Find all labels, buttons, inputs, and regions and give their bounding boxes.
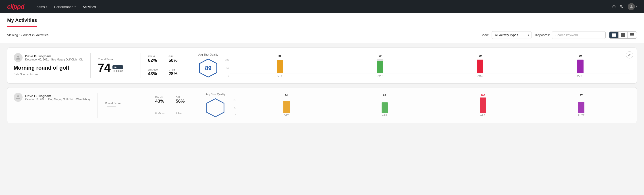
svg-rect-3 [612, 36, 616, 36]
page-title-wrap: My Activities [7, 14, 37, 27]
svg-marker-12 [207, 99, 224, 117]
brand-logo: clippd [7, 3, 24, 10]
avg-shot-section: Avg Shot Quality 89 100 [198, 53, 630, 78]
page-title: My Activities [7, 18, 37, 23]
hexagon-wrap: Avg Shot Quality 89 [198, 53, 218, 78]
user-date: October 16, 2021 · Gog Magog Golf Club ·… [25, 98, 90, 101]
refresh-button[interactable]: ↻ [620, 4, 624, 9]
bar-label-putt-val: 89 [576, 54, 585, 57]
avatar [628, 3, 635, 10]
bar-app [382, 102, 388, 113]
nav-activities[interactable]: Activities [83, 4, 96, 10]
svg-rect-6 [621, 35, 623, 37]
bar-label-ott-val: 85 [275, 54, 284, 57]
main-content: Dave Billingham December 05, 2021 · Gog … [0, 43, 644, 128]
add-button[interactable]: ⊕ [612, 4, 616, 9]
hexagon [205, 98, 226, 118]
bar-label-arg: ARG [476, 74, 485, 77]
activity-title: Morning round of golf [14, 65, 83, 71]
svg-rect-9 [630, 34, 634, 35]
round-score-section: Round Score [105, 93, 140, 118]
stat-fw-hit: FW Hit 43% [155, 96, 170, 104]
svg-rect-5 [623, 33, 625, 35]
stat-1putt: 1 Putt 28% [168, 68, 184, 76]
activity-card: Dave Billingham October 16, 2021 · Gog M… [7, 87, 637, 124]
bar-chart: 100 50 0 85 90 89 89 [224, 54, 630, 77]
score-badge: +4 [112, 65, 123, 69]
show-filter-group: Show: All Activity Types [481, 31, 532, 39]
list-view-button[interactable] [628, 32, 637, 38]
bar-label-app-val: 90 [376, 54, 384, 57]
viewing-text: Viewing 12 out of 29 Activities [7, 33, 477, 37]
user-name: Dave Billingham [25, 94, 90, 98]
activity-type-select-wrapper: All Activity Types [492, 31, 532, 39]
bar-label-app: APP [376, 74, 384, 77]
bar-label-arg-val: 89 [476, 54, 485, 57]
keyword-filter-group: Keywords: [535, 31, 606, 39]
bar-label-ott: OTT [275, 74, 284, 77]
svg-rect-8 [630, 33, 634, 34]
svg-rect-1 [612, 34, 616, 35]
round-score-label: Round Score [105, 102, 140, 105]
activity-type-select[interactable]: All Activity Types [492, 31, 532, 39]
user-date: December 05, 2021 · Gog Magog Golf Club … [25, 58, 83, 61]
bar-arg [477, 60, 483, 73]
condensed-list-view-button[interactable] [610, 32, 618, 38]
activity-card: Dave Billingham December 05, 2021 · Gog … [7, 48, 637, 84]
show-label: Show: [481, 33, 489, 37]
grid-view-button[interactable] [618, 32, 628, 38]
avg-shot-section: Avg Shot Quality 100 50 0 [205, 93, 630, 118]
nav-performance[interactable]: Performance ▾ [54, 4, 76, 10]
score-holes: 18 Holes [112, 70, 123, 72]
data-source: Data Source: Arccos [14, 73, 83, 76]
bar-ott [277, 60, 283, 73]
stat-updown: Up/Down [155, 112, 170, 115]
stat-gir: GIR 50% [168, 55, 184, 63]
round-score-section: Round Score 74 +4 18 Holes [98, 53, 134, 78]
stat-gir: GIR 56% [176, 96, 191, 104]
hexagon-score: 89 [205, 65, 212, 72]
stat-updown: Up/Down 43% [148, 68, 163, 76]
bar-arg [480, 98, 486, 113]
edit-button[interactable] [626, 51, 633, 58]
user-avatar-button[interactable]: ▾ [628, 3, 637, 10]
chevron-down-icon: ▾ [74, 6, 76, 8]
view-toggles [609, 32, 637, 38]
page-header: My Activities [0, 14, 644, 27]
svg-rect-7 [623, 35, 625, 37]
bar-label-putt: PUTT [576, 74, 585, 77]
svg-rect-10 [630, 36, 634, 36]
stat-fw-hit: FW Hit 62% [148, 55, 163, 63]
bar-ott [284, 101, 290, 113]
bar-putt [578, 102, 584, 113]
user-avatar [14, 53, 22, 62]
stat-1putt: 1 Putt [176, 112, 191, 115]
navbar: clippd Teams ▾ Performance ▾ Activities … [0, 0, 644, 14]
stats-grid: FW Hit 62% GIR 50% Up/Down 43% 1 Putt 28… [148, 53, 184, 78]
user-name: Dave Billingham [25, 54, 83, 58]
chevron-down-icon: ▾ [636, 6, 637, 8]
nav-teams[interactable]: Teams ▾ [35, 4, 47, 10]
hexagon-wrap: Avg Shot Quality [205, 93, 226, 118]
round-score-label: Round Score [98, 58, 134, 61]
navbar-right: ⊕ ↻ ▾ [612, 3, 637, 10]
svg-rect-0 [612, 34, 616, 34]
chevron-down-icon: ▾ [46, 6, 47, 8]
keyword-input[interactable] [552, 31, 606, 39]
bar-chart: 100 50 0 94 82 106 87 [231, 94, 630, 117]
stats-grid: FW Hit 43% GIR 56% Up/Down 1 Putt [155, 93, 191, 118]
svg-rect-4 [621, 33, 623, 35]
filter-bar: Viewing 12 out of 29 Activities Show: Al… [0, 27, 644, 43]
card-user-info: Dave Billingham December 05, 2021 · Gog … [14, 53, 83, 78]
keywords-label: Keywords: [535, 33, 550, 37]
user-avatar [14, 93, 22, 102]
bar-putt [577, 60, 584, 73]
score-number: 74 [98, 62, 111, 74]
bar-app [377, 59, 383, 73]
hexagon: 89 [198, 58, 218, 78]
svg-rect-2 [612, 35, 616, 36]
card-user-info: Dave Billingham October 16, 2021 · Gog M… [14, 93, 90, 118]
